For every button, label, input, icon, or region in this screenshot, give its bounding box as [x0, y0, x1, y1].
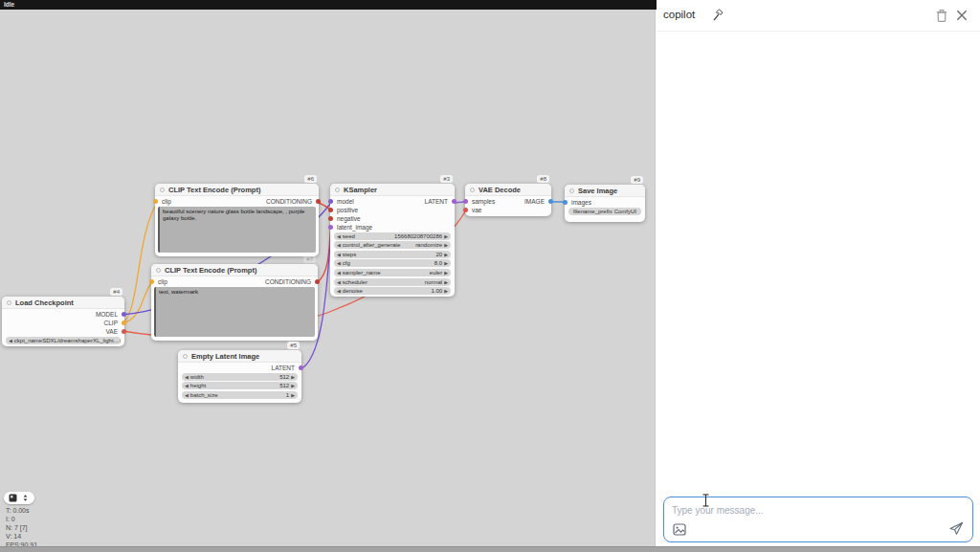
output-port-image[interactable]	[548, 199, 553, 204]
copilot-header: copilot	[656, 0, 980, 32]
node-id-badge: #8	[537, 175, 549, 183]
widget-height[interactable]: ◀ height 512 ▶	[182, 382, 298, 389]
decrement-arrow-icon[interactable]: ◀	[337, 278, 341, 286]
increment-arrow-icon[interactable]: ▶	[444, 278, 448, 286]
port-label: samples	[472, 198, 495, 205]
widget-name: ckpt_name	[14, 338, 42, 343]
port-row: clip CONDITIONING	[151, 277, 318, 285]
node-title-bar[interactable]: CLIP Text Encode (Prompt)	[155, 184, 319, 196]
port-row: VAE	[2, 327, 124, 335]
widget-steps[interactable]: ◀ steps 20 ▶	[334, 251, 451, 258]
node-title-bar[interactable]: CLIP Text Encode (Prompt)	[151, 264, 318, 276]
collapse-dot-icon[interactable]	[160, 188, 165, 192]
widget-name: cfg	[343, 260, 350, 266]
port-label: VAE	[105, 328, 118, 335]
widget-seed[interactable]: ◀ seed 156680208700286 ▶	[334, 232, 451, 240]
increment-arrow-icon[interactable]: ▶	[444, 232, 448, 240]
node-load-checkpoint[interactable]: #4 Load Checkpoint MODEL CLIP VAE ◀ ckpt…	[2, 297, 124, 346]
node-vae-decode[interactable]: #8 VAE Decode samples IMAGE vae	[465, 184, 551, 216]
widget-filename-prefix[interactable]: filename_prefix ComfyUI	[568, 208, 641, 215]
input-port-model[interactable]	[328, 199, 333, 204]
decrement-arrow-icon[interactable]: ◀	[337, 232, 341, 240]
trash-icon[interactable]	[934, 8, 949, 23]
port-label: IMAGE	[524, 198, 545, 205]
increment-arrow-icon[interactable]: ▶	[444, 269, 448, 276]
node-title-bar[interactable]: KSampler	[330, 184, 455, 196]
port-label: CONDITIONING	[265, 278, 311, 285]
increment-arrow-icon[interactable]: ▶	[444, 241, 448, 249]
widget-scheduler[interactable]: ◀ scheduler normal ▶	[334, 278, 451, 286]
sort-updown-icon[interactable]	[21, 493, 30, 503]
widget-batch-size[interactable]: ◀ batch_size 1 ▶	[182, 391, 298, 399]
prompt-textarea[interactable]: text, watermark	[154, 287, 315, 337]
port-label: LATENT	[425, 198, 448, 205]
node-clip-text-encode-positive[interactable]: #6 CLIP Text Encode (Prompt) clip CONDIT…	[155, 184, 319, 256]
increment-arrow-icon[interactable]: ▶	[291, 391, 295, 399]
collapse-dot-icon[interactable]	[156, 268, 161, 273]
minimap-toggle-icon[interactable]	[9, 494, 17, 502]
output-port-latent[interactable]	[299, 365, 303, 370]
input-port-samples[interactable]	[463, 199, 468, 204]
increment-arrow-icon[interactable]: ▶	[291, 382, 295, 389]
output-port-vae[interactable]	[122, 329, 126, 334]
input-port-images[interactable]	[563, 200, 568, 205]
decrement-arrow-icon[interactable]: ◀	[185, 391, 189, 399]
node-title: KSampler	[344, 186, 377, 194]
decrement-arrow-icon[interactable]: ◀	[337, 241, 341, 249]
output-port-model[interactable]	[122, 312, 126, 317]
widget-denoise[interactable]: ◀ denoise 1.00 ▶	[334, 287, 451, 295]
port-label: model	[337, 198, 354, 205]
close-icon[interactable]	[955, 9, 969, 22]
send-icon[interactable]	[948, 521, 964, 536]
input-port-vae[interactable]	[463, 208, 468, 212]
node-title: Save Image	[578, 187, 617, 195]
input-port-positive[interactable]	[328, 208, 333, 212]
widget-ckpt-name[interactable]: ◀ ckpt_name SDXL/dreamshaperXL_light... …	[6, 337, 121, 344]
prompt-textarea[interactable]: beautiful scenery nature glass bottle la…	[158, 207, 316, 253]
node-save-image[interactable]: #9 Save Image images filename_prefix Com…	[565, 185, 645, 222]
node-empty-latent-image[interactable]: #5 Empty Latent Image LATENT ◀ width 512…	[178, 350, 301, 403]
input-port-latent-image[interactable]	[328, 225, 333, 230]
collapse-dot-icon[interactable]	[335, 188, 340, 192]
input-port-clip[interactable]	[153, 199, 158, 204]
decrement-arrow-icon[interactable]: ◀	[337, 259, 341, 267]
widget-name: sampler_name	[343, 270, 381, 276]
decrement-arrow-icon[interactable]: ◀	[9, 337, 12, 344]
output-port-conditioning[interactable]	[315, 279, 320, 284]
increment-arrow-icon[interactable]: ▶	[444, 251, 448, 258]
output-port-clip[interactable]	[122, 320, 126, 325]
input-port-negative[interactable]	[328, 216, 333, 221]
output-port-conditioning[interactable]	[316, 199, 321, 204]
collapse-dot-icon[interactable]	[569, 188, 574, 193]
collapse-dot-icon[interactable]	[7, 300, 11, 305]
widget-cfg[interactable]: ◀ cfg 8.0 ▶	[334, 259, 451, 267]
widget-width[interactable]: ◀ width 512 ▶	[182, 373, 298, 381]
increment-arrow-icon[interactable]: ▶	[444, 287, 448, 295]
input-port-clip[interactable]	[149, 279, 154, 284]
decrement-arrow-icon[interactable]: ◀	[185, 373, 189, 381]
node-title-bar[interactable]: Empty Latent Image	[178, 350, 301, 363]
bottom-scroll-bar[interactable]	[0, 546, 980, 552]
node-clip-text-encode-negative[interactable]: #7 CLIP Text Encode (Prompt) clip CONDIT…	[151, 264, 318, 341]
increment-arrow-icon[interactable]: ▶	[444, 259, 448, 267]
node-title-bar[interactable]: VAE Decode	[465, 184, 551, 196]
collapse-dot-icon[interactable]	[183, 354, 188, 359]
widget-sampler-name[interactable]: ◀ sampler_name euler ▶	[334, 269, 451, 276]
decrement-arrow-icon[interactable]: ◀	[185, 382, 189, 389]
attach-image-icon[interactable]	[673, 523, 686, 536]
output-port-latent[interactable]	[452, 199, 457, 204]
widget-name: width	[190, 374, 204, 380]
node-title-bar[interactable]: Save Image	[565, 185, 645, 197]
decrement-arrow-icon[interactable]: ◀	[337, 269, 341, 276]
stat-time: T: 0.00s	[6, 506, 37, 515]
node-id-badge: #3	[440, 175, 453, 183]
node-graph-canvas[interactable]: #4 Load Checkpoint MODEL CLIP VAE ◀ ckpt…	[0, 0, 657, 552]
widget-control-after-generate[interactable]: ◀ control_after_generate randomize ▶	[334, 241, 451, 249]
increment-arrow-icon[interactable]: ▶	[291, 373, 295, 381]
collapse-dot-icon[interactable]	[470, 188, 475, 192]
decrement-arrow-icon[interactable]: ◀	[337, 287, 341, 295]
node-title-bar[interactable]: Load Checkpoint	[2, 297, 124, 309]
decrement-arrow-icon[interactable]: ◀	[337, 251, 341, 258]
chat-message-input[interactable]	[672, 502, 940, 518]
node-ksampler[interactable]: #3 KSampler model LATENT positive negati…	[330, 184, 455, 297]
